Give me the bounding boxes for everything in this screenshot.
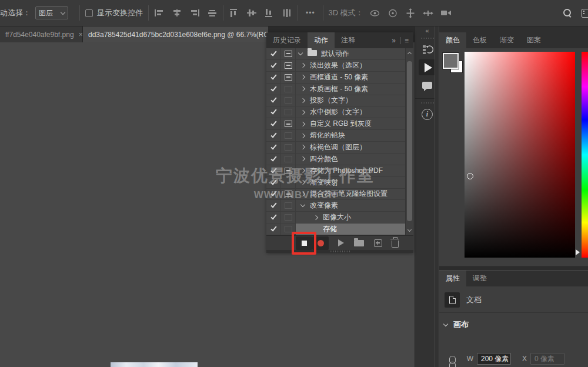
action-enabled-checkbox[interactable] — [266, 212, 281, 223]
action-dialog-toggle[interactable] — [281, 177, 296, 188]
action-enabled-checkbox[interactable] — [266, 118, 281, 129]
tab-gradients[interactable]: 渐变 — [493, 32, 520, 48]
action-enabled-checkbox[interactable] — [266, 48, 281, 59]
action-row[interactable]: 改变像素 — [266, 200, 405, 212]
action-dialog-toggle[interactable] — [281, 154, 296, 165]
action-row[interactable]: 投影（文字） — [266, 95, 405, 107]
3d-camera-icon[interactable] — [440, 9, 452, 17]
expander-icon[interactable] — [300, 63, 305, 68]
auto-select-dropdown[interactable]: 图层 — [35, 6, 68, 19]
action-row[interactable]: 存储为 Photoshop PDF — [266, 165, 405, 177]
panel-arrows-icon[interactable]: » — [392, 36, 396, 45]
tab-history[interactable]: 历史记录 — [266, 32, 308, 48]
document-type-button[interactable] — [445, 292, 460, 308]
expander-icon[interactable] — [300, 192, 305, 196]
action-enabled-checkbox[interactable] — [266, 200, 281, 211]
action-dialog-toggle[interactable] — [281, 118, 296, 129]
document-tab[interactable]: ff7d54e040afe9bf.png × — [0, 26, 83, 42]
action-enabled-checkbox[interactable] — [266, 106, 281, 118]
action-row[interactable]: 混合器画笔克隆绘图设置 — [266, 189, 405, 201]
more-options-icon[interactable]: ••• — [306, 9, 315, 17]
action-dialog-toggle[interactable] — [281, 142, 296, 153]
align-left-edges-icon[interactable] — [154, 8, 165, 18]
action-dialog-toggle[interactable] — [281, 60, 296, 71]
align-horizontal-centers-icon[interactable] — [172, 8, 182, 18]
panel-resize-grip[interactable] — [266, 250, 413, 253]
action-row[interactable]: 熔化的铅块 — [266, 130, 405, 142]
action-dialog-toggle[interactable] — [281, 48, 296, 59]
expander-icon[interactable] — [298, 51, 303, 55]
3d-orbit-icon[interactable] — [369, 8, 380, 18]
expander-icon[interactable] — [300, 145, 305, 149]
expander-icon[interactable] — [300, 180, 305, 185]
document-tab-active[interactable]: dd3a785425d41d675bc2d031e608ef6e.png @ 6… — [83, 26, 268, 42]
action-enabled-checkbox[interactable] — [266, 223, 281, 235]
action-enabled-checkbox[interactable] — [266, 154, 281, 165]
3d-slide-icon[interactable] — [423, 8, 433, 18]
expander-icon[interactable] — [300, 133, 305, 138]
workspace-switcher-icon[interactable] — [582, 9, 588, 18]
action-row[interactable]: 画框通道 - 50 像素 — [266, 72, 405, 84]
hue-strip[interactable] — [582, 52, 588, 258]
action-enabled-checkbox[interactable] — [266, 177, 281, 188]
expander-icon[interactable] — [300, 86, 305, 91]
3d-roll-icon[interactable] — [387, 8, 398, 18]
dock-grip[interactable] — [421, 102, 434, 104]
tab-patterns[interactable]: 图案 — [520, 32, 547, 48]
history-panel-icon[interactable] — [415, 41, 439, 58]
action-dialog-toggle[interactable] — [281, 130, 296, 141]
hue-slider-icon[interactable] — [576, 249, 580, 255]
width-input[interactable]: 200 像素 — [477, 353, 511, 365]
expander-icon[interactable] — [300, 75, 305, 79]
action-dialog-toggle[interactable] — [281, 212, 296, 223]
action-row[interactable]: 木质画框 - 50 像素 — [266, 84, 405, 95]
expander-icon[interactable] — [300, 121, 305, 126]
tab-actions[interactable]: 动作 — [308, 32, 335, 48]
x-input[interactable]: 0 像素 — [530, 353, 564, 365]
panel-menu-icon[interactable]: ≡ — [405, 36, 409, 45]
action-enabled-checkbox[interactable] — [266, 165, 281, 176]
tab-swatches[interactable]: 色板 — [466, 32, 493, 48]
action-row[interactable]: 自定义 RGB 到灰度 — [266, 118, 405, 130]
delete-button[interactable] — [392, 241, 399, 248]
dock-grip[interactable] — [421, 38, 434, 39]
action-dialog-toggle[interactable] — [281, 72, 296, 83]
link-dimensions-icon[interactable] — [449, 356, 456, 367]
action-row[interactable]: 水中倒影（文字） — [266, 106, 405, 118]
action-enabled-checkbox[interactable] — [266, 130, 281, 141]
show-transform-checkbox[interactable] — [85, 9, 93, 17]
canvas-section-header[interactable]: 画布 — [444, 319, 469, 330]
action-row[interactable]: 图像大小 — [266, 212, 405, 223]
expander-icon[interactable] — [300, 202, 305, 207]
tab-color[interactable]: 颜色 — [439, 32, 466, 48]
actions-scrollbar[interactable] — [405, 48, 413, 235]
action-enabled-checkbox[interactable] — [266, 189, 281, 200]
expander-icon[interactable] — [300, 110, 305, 115]
action-enabled-checkbox[interactable] — [266, 95, 281, 106]
scrollbar-thumb[interactable] — [407, 61, 412, 221]
align-vertical-centers-icon[interactable] — [246, 8, 257, 18]
action-dialog-toggle[interactable] — [281, 165, 296, 176]
panel-divider[interactable] — [439, 266, 588, 271]
play-selection-button[interactable] — [338, 239, 344, 246]
tab-adjustments[interactable]: 调整 — [466, 271, 493, 286]
action-enabled-checkbox[interactable] — [266, 72, 281, 83]
action-enabled-checkbox[interactable] — [266, 60, 281, 71]
expander-icon[interactable] — [300, 156, 305, 161]
expander-icon[interactable] — [300, 168, 305, 173]
collapse-panels-icon[interactable]: « — [415, 26, 439, 34]
new-action-button[interactable] — [374, 239, 382, 247]
action-row[interactable]: 默认动作 — [266, 48, 405, 60]
tab-notes[interactable]: 注释 — [335, 32, 362, 48]
action-dialog-toggle[interactable] — [281, 106, 296, 118]
align-bottom-edges-icon[interactable] — [264, 8, 275, 18]
action-row[interactable]: 棕褐色调（图层） — [266, 142, 405, 154]
align-top-edges-icon[interactable] — [229, 8, 239, 18]
action-enabled-checkbox[interactable] — [266, 84, 281, 95]
action-row[interactable]: 淡出效果（选区） — [266, 60, 405, 72]
search-icon[interactable] — [563, 8, 572, 18]
distribute-vertical-centers-icon[interactable] — [282, 8, 292, 18]
action-row[interactable]: 四分颜色 — [266, 154, 405, 165]
notes-panel-icon[interactable] — [415, 77, 439, 94]
action-dialog-toggle[interactable] — [281, 95, 296, 106]
